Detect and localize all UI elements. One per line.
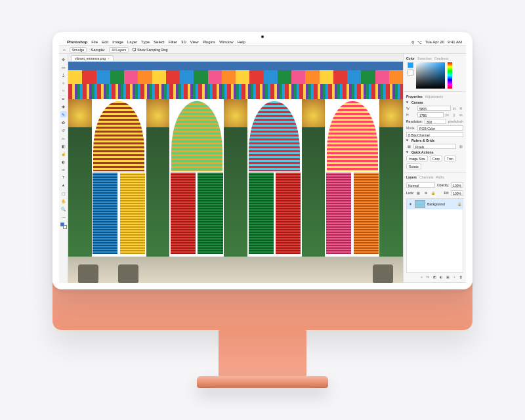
tool-move[interactable]: ✥: [60, 56, 67, 62]
disclosure-icon[interactable]: [406, 152, 409, 154]
height-field[interactable]: 1786: [417, 112, 444, 117]
delete-layer-icon[interactable]: 🗑: [458, 274, 463, 280]
new-group-icon[interactable]: ▣: [445, 274, 450, 280]
fill-field[interactable]: 100%: [451, 190, 463, 196]
tool-wand[interactable]: ✧: [60, 79, 67, 86]
adjustments-tab[interactable]: Adjustments: [425, 94, 444, 98]
tool-eraser[interactable]: ▱: [60, 135, 67, 141]
orientation-portrait-icon[interactable]: ▯: [451, 112, 456, 117]
menu-image[interactable]: Image: [112, 40, 123, 44]
canvas[interactable]: [68, 62, 403, 283]
menu-help[interactable]: Help: [238, 40, 245, 44]
width-field[interactable]: 5805: [417, 106, 451, 111]
layer-name[interactable]: Background: [427, 202, 445, 206]
tool-path-select[interactable]: ▲: [60, 182, 67, 188]
tool-gradient[interactable]: ◧: [60, 142, 67, 149]
tool-eyedropper[interactable]: ✒: [60, 95, 67, 102]
rulers-dropdown[interactable]: Pixels: [413, 144, 456, 149]
hue-slider[interactable]: [448, 62, 452, 89]
menu-3d[interactable]: 3D: [181, 40, 186, 44]
new-layer-icon[interactable]: ＋: [452, 274, 457, 280]
properties-tab[interactable]: Properties: [406, 94, 423, 98]
menu-plugins[interactable]: Plugins: [203, 40, 216, 44]
menubar-date[interactable]: Tue Apr 20: [425, 40, 444, 44]
menu-select[interactable]: Select: [154, 40, 165, 44]
quick-action-trim[interactable]: Trim: [444, 156, 456, 161]
layer-row[interactable]: 👁 Background 🔒: [407, 199, 463, 209]
lock-pixels-icon[interactable]: ▦: [416, 190, 421, 196]
swatches-tab[interactable]: Swatches: [417, 56, 432, 60]
disclosure-icon[interactable]: [406, 102, 409, 104]
quick-action-rotate[interactable]: Rotate: [406, 163, 421, 169]
tool-pen[interactable]: ✑: [60, 166, 67, 173]
grid-icon[interactable]: ▥: [458, 144, 463, 149]
color-panel-bg-swatch[interactable]: [408, 70, 413, 75]
orientation-landscape-icon[interactable]: ▭: [458, 112, 463, 117]
layer-visibility-icon[interactable]: 👁: [408, 202, 413, 206]
tool-shape[interactable]: ▢: [60, 190, 67, 196]
lock-position-icon[interactable]: ✥: [423, 190, 429, 196]
link-dimensions-icon[interactable]: ⟲: [458, 106, 463, 111]
lock-all-icon[interactable]: 🔒: [430, 190, 436, 196]
menu-type[interactable]: Type: [141, 40, 150, 44]
channels-tab[interactable]: Channels: [419, 175, 433, 179]
menu-filter[interactable]: Filter: [169, 40, 177, 44]
menu-layer[interactable]: Layer: [127, 40, 137, 44]
new-adjustment-layer-icon[interactable]: ◐: [438, 274, 444, 280]
tool-dodge[interactable]: ◐: [60, 158, 67, 165]
tool-stamp[interactable]: ✿: [60, 119, 67, 125]
layer-mask-icon[interactable]: ◩: [432, 274, 437, 280]
active-tool-label[interactable]: Smudge: [70, 47, 87, 52]
tool-lasso[interactable]: ʖ: [60, 72, 67, 78]
tool-crop[interactable]: ⌗: [60, 87, 67, 94]
document-tabbar: vibrant_entrance.png ×: [68, 54, 403, 62]
tool-brush[interactable]: ✎: [60, 111, 67, 117]
disclosure-icon[interactable]: [406, 140, 409, 142]
home-icon[interactable]: ⌂: [63, 48, 66, 52]
menubar-app-name[interactable]: Photoshop: [67, 40, 87, 44]
tool-hand[interactable]: ✋: [60, 198, 67, 204]
gradients-tab[interactable]: Gradients: [434, 56, 449, 60]
layers-tab[interactable]: Layers: [406, 175, 417, 179]
tool-marquee[interactable]: ▭: [60, 64, 67, 70]
menu-window[interactable]: Window: [219, 40, 233, 44]
quick-action-image-size[interactable]: Image Size: [406, 156, 428, 161]
layer-link-icon[interactable]: ⌾: [419, 274, 424, 280]
layer-fx-icon[interactable]: fx: [425, 274, 430, 280]
foreground-color-swatch[interactable]: [60, 222, 64, 226]
resolution-field[interactable]: 300: [425, 119, 446, 124]
layer-thumbnail[interactable]: [415, 200, 425, 208]
close-tab-icon[interactable]: ×: [108, 56, 110, 60]
layer-lock-icon[interactable]: 🔒: [457, 202, 461, 206]
color-panel-fg-swatch[interactable]: [408, 62, 413, 68]
bit-depth-dropdown[interactable]: 8 Bits/Channel: [406, 132, 463, 137]
control-center-icon[interactable]: ⌥: [417, 40, 422, 45]
tool-more-icon[interactable]: ⋯: [60, 213, 67, 220]
rulers-icon[interactable]: ▦: [406, 144, 411, 149]
menu-file[interactable]: File: [91, 40, 98, 44]
foreground-background-swatch[interactable]: [60, 222, 67, 229]
blend-mode-dropdown[interactable]: Normal: [406, 182, 435, 188]
color-tab[interactable]: Color: [406, 56, 415, 60]
document-tab[interactable]: vibrant_entrance.png ×: [71, 55, 114, 61]
tool-zoom[interactable]: 🔍: [60, 205, 67, 212]
opacity-field[interactable]: 100%: [451, 182, 463, 188]
tool-type[interactable]: T: [60, 174, 67, 180]
color-field-picker[interactable]: [416, 62, 445, 89]
menu-edit[interactable]: Edit: [102, 40, 108, 44]
mode-dropdown[interactable]: RGB Color: [417, 125, 463, 131]
tool-heal[interactable]: ✚: [60, 103, 67, 110]
wifi-icon[interactable]: ⚲: [411, 40, 414, 45]
lock-label: Lock:: [406, 191, 414, 195]
quick-action-crop[interactable]: Crop: [430, 156, 442, 161]
camera-icon: [261, 35, 264, 38]
menubar-time[interactable]: 9:41 AM: [448, 40, 462, 44]
properties-panel: Properties Adjustments Canvas W 5805 px …: [404, 92, 466, 173]
right-panel-column: Color Swatches Gradients: [403, 54, 466, 283]
tool-smudge[interactable]: ☝: [60, 150, 67, 157]
tool-history-brush[interactable]: ↺: [60, 127, 67, 133]
paths-tab[interactable]: Paths: [436, 175, 444, 179]
show-sampling-ring-checkbox[interactable]: ✓ Show Sampling Ring: [133, 48, 167, 52]
menu-view[interactable]: View: [190, 40, 199, 44]
sample-dropdown[interactable]: All Layers: [109, 47, 129, 52]
